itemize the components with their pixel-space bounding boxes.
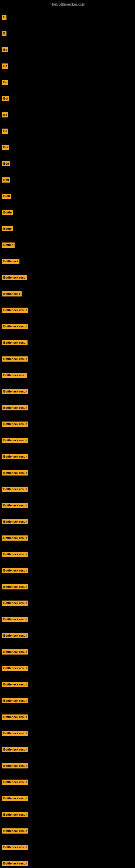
list-item: Bott — [0, 159, 135, 168]
list-item: Bottleneck result — [0, 631, 135, 640]
list-item: Bottleneck result — [0, 713, 135, 721]
list-item: Bo — [0, 78, 135, 87]
result-badge: Bottleneck result — [2, 698, 28, 703]
list-item: Bo — [0, 111, 135, 119]
result-badge: Bottleneck result — [2, 584, 28, 589]
result-badge: Bottle — [2, 210, 13, 215]
list-item: Bottleneck result — [0, 388, 135, 396]
result-badge: Bottleneck result — [2, 665, 28, 671]
result-badge: Bot — [2, 96, 9, 101]
result-badge: Bo — [2, 112, 8, 118]
result-badge: Bottleneck result — [2, 828, 28, 834]
result-badge: Bottleneck result — [2, 796, 28, 801]
list-item: Bottleneck resu — [0, 371, 135, 379]
result-badge: B — [2, 14, 6, 20]
result-badge: Bottleneck result — [2, 568, 28, 573]
list-item: Bottleneck result — [0, 436, 135, 444]
result-badge: Bottleneck result — [2, 649, 28, 654]
result-badge: Bottleneck result — [2, 422, 28, 427]
result-badge: Bottleneck result — [2, 714, 28, 720]
list-item: Bo — [0, 127, 135, 135]
list-item: Bottleneck result — [0, 583, 135, 591]
list-item: Bottleneck result — [0, 534, 135, 542]
result-badge: Bottleneck result — [2, 633, 28, 638]
list-item: Bottleneck result — [0, 843, 135, 851]
list-item: Bottleneck result — [0, 322, 135, 331]
result-badge: Bottleneck result — [2, 552, 28, 557]
result-badge: Bottleneck result — [2, 503, 28, 508]
list-item: Bottleneck result — [0, 648, 135, 656]
list-item: Bottleneck result — [0, 566, 135, 575]
result-badge: Bottleneck result — [2, 405, 28, 410]
list-item: Bottleneck result — [0, 420, 135, 428]
result-badge: Bottleneck r — [2, 291, 21, 297]
result-badge: Bo — [2, 129, 8, 134]
list-item: Bottleneck resu — [0, 273, 135, 282]
list-item: Bottleneck result — [0, 518, 135, 526]
result-badge: Bottleneck result — [2, 438, 28, 443]
list-item: Bot — [0, 94, 135, 103]
list-item: B — [0, 13, 135, 22]
result-badge: Bottleneck result — [2, 682, 28, 687]
result-badge: Bottleneck result — [2, 470, 28, 475]
list-item: Bottleneck result — [0, 810, 135, 819]
result-badge: Bo — [2, 47, 8, 52]
result-badge: Bottleneck result — [2, 600, 28, 606]
list-item: Bottleneck result — [0, 827, 135, 835]
list-item: Bottleneck result — [0, 550, 135, 558]
result-badge: Bottleneck result — [2, 731, 28, 736]
result-badge: Bottl — [2, 194, 11, 199]
list-item: Bottleneck result — [0, 404, 135, 412]
list-item: Bottleneck result — [0, 778, 135, 786]
list-item: Bottleneck result — [0, 664, 135, 673]
result-badge: Bottleneck result — [2, 487, 28, 492]
result-badge: Bot — [2, 145, 9, 150]
result-badge: Bottleneck result — [2, 308, 28, 313]
list-item: Bottleneck r — [0, 290, 135, 298]
result-badge: Bottleneck result — [2, 519, 28, 524]
result-badge: Bottleneck resu — [2, 275, 27, 280]
list-item: Bo — [0, 62, 135, 70]
list-item: Bottle — [0, 225, 135, 233]
list-item: B — [0, 29, 135, 38]
list-item: Bottleneck — [0, 257, 135, 266]
result-badge: Bottleneck result — [2, 812, 28, 817]
list-item: Bottleneck resul — [0, 339, 135, 347]
list-item: Bottleneck result — [0, 794, 135, 803]
result-badge: Bottleneck result — [2, 617, 28, 622]
result-badge: Bottle — [2, 226, 13, 231]
list-item: Bottleneck result — [0, 485, 135, 493]
list-item: Bot — [0, 143, 135, 152]
list-item: Bott — [0, 176, 135, 184]
result-badge: Bott — [2, 177, 10, 183]
list-item: Bottleneck result — [0, 745, 135, 754]
result-badge: Bottleneck result — [2, 763, 28, 769]
result-badge: Bottleneck result — [2, 535, 28, 540]
result-badge: Bottleneck result — [2, 356, 28, 362]
list-item: Bottleneck result — [0, 453, 135, 461]
list-item: Bottleneck result — [0, 696, 135, 705]
list-item: Bottleneck result — [0, 469, 135, 477]
result-badge: Bottleneck — [2, 259, 19, 264]
list-item: Bottlen — [0, 241, 135, 249]
list-item: Bottleneck result — [0, 729, 135, 738]
result-badge: Bottleneck resu — [2, 373, 27, 378]
result-badge: Bottleneck result — [2, 861, 28, 866]
result-badge: Bo — [2, 63, 8, 69]
result-badge: Bottleneck result — [2, 780, 28, 785]
list-item: Bottleneck result — [0, 306, 135, 314]
result-badge: Bottleneck result — [2, 454, 28, 459]
result-badge: Bottleneck result — [2, 324, 28, 329]
result-badge: B — [2, 31, 6, 36]
list-item: Bottleneck result — [0, 501, 135, 510]
list-item: Bottleneck result — [0, 762, 135, 770]
result-badge: Bottleneck result — [2, 389, 28, 394]
result-badge: Bottlen — [2, 243, 14, 248]
result-badge: Bott — [2, 161, 10, 166]
list-item: Bottleneck result — [0, 615, 135, 624]
result-badge: Bottleneck result — [2, 845, 28, 850]
list-item: Bottleneck result — [0, 599, 135, 607]
list-item: Bottl — [0, 192, 135, 200]
result-badge: Bottleneck result — [2, 747, 28, 752]
list-item: Bottleneck result — [0, 355, 135, 363]
